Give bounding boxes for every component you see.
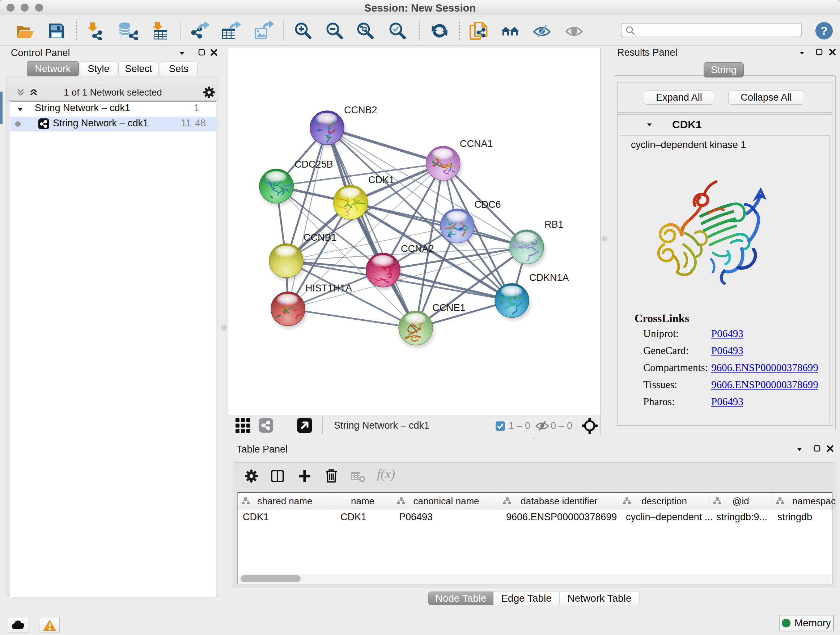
svg-text:RB1: RB1 — [545, 219, 564, 230]
svg-text:CCNA1: CCNA1 — [460, 138, 493, 149]
svg-text:CDC25B: CDC25B — [294, 159, 333, 170]
svg-text:?: ? — [821, 24, 828, 37]
svg-text:CCNA2: CCNA2 — [401, 243, 434, 254]
svg-text:CCNE1: CCNE1 — [432, 302, 466, 313]
svg-text:CDKN1A: CDKN1A — [529, 272, 569, 283]
svg-text:HIST1H1A: HIST1H1A — [305, 283, 352, 294]
svg-text:CDC6: CDC6 — [474, 199, 501, 210]
svg-text:CCNB2: CCNB2 — [344, 105, 377, 116]
svg-text:CDK1: CDK1 — [368, 174, 394, 185]
svg-text:CCNB1: CCNB1 — [303, 232, 337, 243]
